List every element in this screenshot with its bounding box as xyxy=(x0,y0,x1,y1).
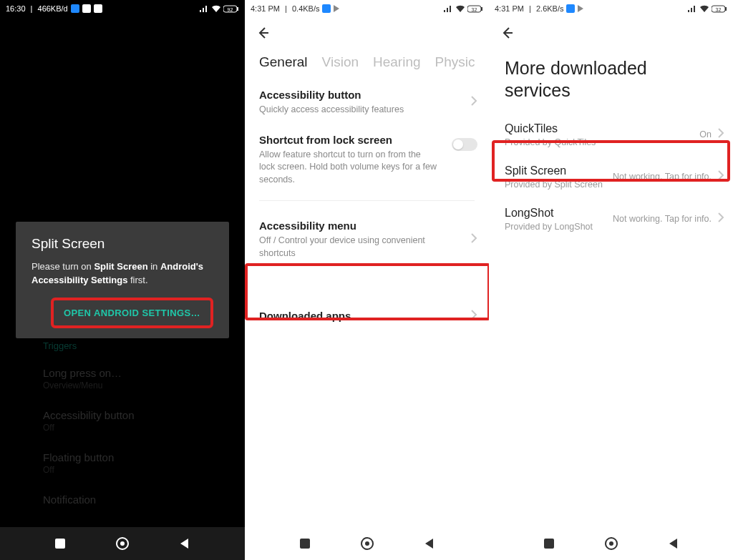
service-split-screen[interactable]: Split Screen Provided by Split Screen No… xyxy=(489,156,733,198)
chevron-right-icon xyxy=(717,127,724,142)
accessibility-tabs: General Vision Hearing Physic xyxy=(245,51,489,80)
chevron-right-icon xyxy=(717,170,724,184)
status-net-speed: 466KB/d xyxy=(38,4,68,13)
list-item: Notification xyxy=(43,493,230,506)
tab-vision[interactable]: Vision xyxy=(322,54,359,70)
recents-button[interactable] xyxy=(52,536,68,551)
nav-bar xyxy=(245,527,489,560)
open-settings-button[interactable]: OPEN ANDROID SETTINGS… xyxy=(57,302,208,324)
status-bar: 4:31 PM | 0.4KB/s 32 xyxy=(245,0,489,17)
service-longshot[interactable]: LongShot Provided by LongShot Not workin… xyxy=(489,198,733,240)
screenshot-1: 16:30 | 466KB/d 92 Split Screen Please t… xyxy=(0,0,245,560)
back-button[interactable] xyxy=(177,536,193,551)
app-badge-icon xyxy=(94,4,102,13)
app-badge-icon xyxy=(322,4,331,13)
screenshot-3: 4:31 PM | 2.6KB/s 32 More downloaded ser… xyxy=(489,0,733,560)
status-net-speed: 2.6KB/s xyxy=(536,4,564,13)
battery-icon: 32 xyxy=(467,5,483,13)
setting-downloaded-apps[interactable]: Downloaded apps xyxy=(245,294,489,338)
back-icon[interactable] xyxy=(499,25,515,44)
tab-hearing[interactable]: Hearing xyxy=(373,54,421,70)
battery-icon: 92 xyxy=(223,5,239,13)
status-time: 4:31 PM xyxy=(251,4,280,13)
nav-bar xyxy=(489,527,733,560)
svg-point-17 xyxy=(609,541,613,546)
signal-icon xyxy=(199,5,209,13)
list-item: Floating button Off xyxy=(43,451,230,475)
chevron-right-icon xyxy=(470,309,477,323)
service-status: Not working. Tap for info. xyxy=(613,172,712,182)
chevron-right-icon xyxy=(470,95,477,109)
svg-rect-1 xyxy=(237,7,238,11)
signal-icon xyxy=(443,5,453,13)
setting-accessibility-button[interactable]: Accessibility button Quickly access acce… xyxy=(245,80,489,125)
section-header: Triggers xyxy=(43,340,230,351)
svg-rect-9 xyxy=(300,539,310,549)
back-button[interactable] xyxy=(422,536,437,551)
svg-text:32: 32 xyxy=(472,6,477,11)
svg-point-5 xyxy=(120,541,125,546)
screenshot-2: 4:31 PM | 0.4KB/s 32 General Vision Hear… xyxy=(245,0,489,560)
recents-button[interactable] xyxy=(541,536,557,551)
app-badge-icon xyxy=(82,4,91,13)
nav-bar xyxy=(0,527,245,560)
home-button[interactable] xyxy=(603,536,619,551)
status-time: 16:30 xyxy=(6,4,26,13)
service-quicktiles[interactable]: QuickTiles Provided by QuickTiles On xyxy=(489,114,733,156)
tab-general[interactable]: General xyxy=(259,54,308,70)
service-status: Not working. Tap for info. xyxy=(613,214,712,224)
chevron-right-icon xyxy=(470,232,477,247)
status-net-speed: 0.4KB/s xyxy=(292,4,320,13)
signal-icon xyxy=(687,5,697,13)
svg-rect-7 xyxy=(481,7,482,11)
tab-physical[interactable]: Physic xyxy=(435,54,475,70)
status-time: 4:31 PM xyxy=(495,4,524,13)
highlight-box: OPEN ANDROID SETTINGS… xyxy=(51,298,213,328)
service-status: On xyxy=(699,129,712,139)
status-net: | xyxy=(29,4,35,13)
wifi-icon xyxy=(211,5,221,13)
background-settings-list: Triggers Long press on… Overview/Menu Ac… xyxy=(43,340,230,524)
battery-icon: 32 xyxy=(712,5,727,13)
permission-dialog: Split Screen Please turn on Split Screen… xyxy=(16,222,229,338)
wifi-icon xyxy=(455,5,465,13)
dialog-message: Please turn on Split Screen in Android's… xyxy=(31,260,213,288)
list-item: Accessibility button Off xyxy=(43,409,230,433)
back-icon[interactable] xyxy=(255,25,271,44)
toggle-switch[interactable] xyxy=(452,138,477,151)
play-icon xyxy=(578,5,583,12)
chevron-right-icon xyxy=(717,212,724,226)
play-icon xyxy=(334,5,339,12)
svg-text:32: 32 xyxy=(716,6,722,11)
back-button[interactable] xyxy=(666,536,681,551)
home-button[interactable] xyxy=(115,536,130,551)
setting-shortcut-lockscreen[interactable]: Shortcut from lock screen Allow feature … xyxy=(245,125,489,195)
app-badge-icon xyxy=(71,4,79,13)
dialog-title: Split Screen xyxy=(31,236,213,252)
recents-button[interactable] xyxy=(297,536,313,551)
setting-accessibility-menu[interactable]: Accessibility menu Off / Control your de… xyxy=(245,207,489,272)
status-bar: 16:30 | 466KB/d 92 xyxy=(0,0,245,17)
home-button[interactable] xyxy=(359,536,375,551)
svg-point-11 xyxy=(365,541,369,546)
wifi-icon xyxy=(699,5,709,13)
page-title: More downloaded services xyxy=(489,51,733,114)
status-bar: 4:31 PM | 2.6KB/s 32 xyxy=(489,0,733,17)
svg-rect-13 xyxy=(725,7,727,11)
svg-rect-15 xyxy=(544,539,554,549)
list-item: Long press on… Overview/Menu xyxy=(43,367,230,390)
divider xyxy=(259,200,475,201)
svg-text:92: 92 xyxy=(228,6,233,11)
svg-rect-3 xyxy=(55,539,65,549)
app-badge-icon xyxy=(566,4,575,13)
